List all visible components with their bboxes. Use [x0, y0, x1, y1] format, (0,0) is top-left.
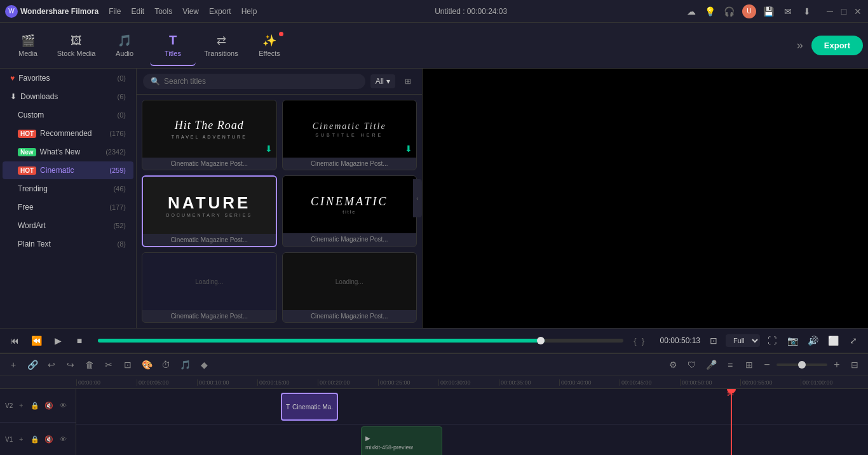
menu-edit[interactable]: Edit — [131, 7, 144, 16]
thumb-text-1: Hit The Road — [175, 119, 244, 132]
track-row-v2: T Cinematic Ma... — [76, 389, 868, 424]
fullscreen-button[interactable]: ⛶ — [764, 332, 780, 349]
mail-icon[interactable]: ✉ — [782, 5, 794, 18]
in-point-bracket[interactable]: { — [634, 336, 636, 346]
track-v1-mute[interactable]: 🔇 — [43, 433, 55, 445]
track-v1-eye[interactable]: 👁 — [57, 433, 69, 445]
menu-file[interactable]: File — [109, 7, 121, 16]
download-tbar-icon[interactable]: ⬇ — [801, 5, 813, 18]
tool-audio[interactable]: 🎵 Audio — [102, 25, 147, 66]
out-point-bracket[interactable]: } — [642, 336, 644, 346]
stop-button[interactable]: ■ — [71, 332, 88, 349]
tool-titles[interactable]: T Titles — [150, 25, 196, 66]
camera-button[interactable]: 🛡 — [684, 357, 700, 373]
frame-back-button[interactable]: ⏪ — [28, 332, 44, 349]
sidebar-item-free[interactable]: Free (177) — [3, 198, 133, 216]
sidebar-item-trending[interactable]: Trending (46) — [3, 180, 133, 198]
title-card-1[interactable]: Hit The Road TRAVEL ADVENTURE ⬇ Cinemati… — [142, 100, 277, 170]
volume-button[interactable]: 🔊 — [804, 332, 821, 349]
audio-tool-button[interactable]: 🎵 — [177, 357, 193, 373]
sidebar-item-recommended[interactable]: HOT Recommended (176) — [3, 125, 133, 142]
track-v2-eye[interactable]: 👁 — [57, 400, 69, 411]
zoom-in-button[interactable]: + — [830, 358, 844, 372]
preview-canvas — [423, 69, 868, 328]
sidebar-item-plain-text[interactable]: Plain Text (8) — [3, 235, 133, 253]
title-clip-icon: T — [286, 404, 290, 411]
sidebar-item-downloads[interactable]: ⬇ Downloads (6) — [3, 88, 133, 105]
sidebar-cinematic-count: (259) — [109, 166, 126, 174]
save-icon[interactable]: 💾 — [763, 5, 775, 18]
bulb-icon[interactable]: 💡 — [704, 5, 717, 18]
close-button[interactable]: ✕ — [853, 6, 863, 17]
sidebar-item-wordart[interactable]: WordArt (52) — [3, 217, 133, 234]
keyframe-button[interactable]: ◆ — [196, 357, 212, 373]
grid-toggle-button[interactable]: ⊞ — [400, 74, 416, 89]
collapse-panel-button[interactable]: ‹ — [413, 179, 422, 217]
title-card-6[interactable]: Loading... Cinematic Magazine Post... — [282, 252, 417, 323]
sidebar-custom-label: Custom — [18, 111, 44, 119]
render-preview-button[interactable]: ⚙ — [665, 357, 681, 373]
minimize-button[interactable]: ─ — [825, 6, 835, 17]
title-card-2[interactable]: Cinematic Title SUBTITLE HERE ⬇ Cinemati… — [282, 100, 417, 170]
render-button[interactable]: ⬜ — [825, 332, 841, 349]
undo-button[interactable]: ↩ — [43, 357, 60, 373]
quality-select[interactable]: Full — [726, 334, 760, 347]
filter-dropdown[interactable]: All ▾ — [370, 74, 395, 88]
tool-media[interactable]: 🎬 Media — [5, 25, 51, 66]
zoom-track[interactable] — [776, 363, 827, 366]
silence-button[interactable]: ⊞ — [741, 357, 757, 373]
play-button[interactable]: ▶ — [50, 332, 66, 349]
cloud-icon[interactable]: ☁ — [685, 5, 698, 18]
sidebar-favorites-label: Favorites — [18, 74, 50, 83]
track-v2-add[interactable]: + — [15, 400, 27, 411]
link-button[interactable]: 🔗 — [24, 357, 41, 373]
sidebar-item-custom[interactable]: Custom (0) — [3, 106, 133, 124]
progress-thumb[interactable] — [537, 337, 545, 344]
sidebar-item-whats-new[interactable]: New What's New (2342) — [3, 143, 133, 161]
redo-button[interactable]: ↪ — [62, 357, 79, 373]
avatar[interactable]: U — [742, 4, 756, 18]
progress-track[interactable] — [98, 339, 623, 343]
zoom-out-button[interactable]: − — [760, 358, 774, 372]
menu-export[interactable]: Export — [209, 7, 231, 16]
delete-button[interactable]: 🗑 — [81, 357, 98, 373]
voice-button[interactable]: 🎤 — [703, 357, 719, 373]
sidebar-item-cinematic[interactable]: HOT Cinematic (259) — [3, 161, 133, 179]
menu-view[interactable]: View — [182, 7, 199, 16]
search-input[interactable] — [164, 77, 358, 86]
timeline-tracks: V2 + 🔒 🔇 👁 V1 + 🔒 🔇 👁 A1 + 🔒 — [0, 389, 868, 455]
title-card-4[interactable]: CINEMATIC title Cinematic Magazine Post.… — [282, 175, 417, 247]
add-track-button[interactable]: + — [5, 357, 22, 373]
video-clip[interactable]: ▶ mixkit-458-preview — [361, 426, 442, 455]
auto-caption-button[interactable]: ≡ — [722, 357, 738, 373]
crop-button[interactable]: ⊡ — [119, 357, 136, 373]
menu-tools[interactable]: Tools — [154, 7, 172, 16]
menu-help[interactable]: Help — [241, 7, 257, 16]
effects-label: Effects — [259, 50, 280, 57]
tool-stock-media[interactable]: 🖼 Stock Media — [53, 25, 99, 66]
title-clip[interactable]: T Cinematic Ma... — [281, 393, 338, 421]
track-v1-add[interactable]: + — [15, 433, 27, 445]
title-card-3[interactable]: NATURE DOCUMENTARY SERIES Cinematic Maga… — [142, 175, 277, 247]
maximize-button[interactable]: □ — [839, 6, 849, 17]
tool-transitions[interactable]: ⇄ Transitions — [198, 25, 244, 66]
track-v1-lock[interactable]: 🔒 — [29, 433, 41, 445]
titles-label: Titles — [165, 50, 181, 57]
cut-tool-button[interactable]: ✂ — [100, 357, 117, 373]
color-button[interactable]: 🎨 — [139, 357, 155, 373]
title-card-5[interactable]: Loading... Cinematic Magazine Post... — [142, 252, 277, 323]
track-v2-mute[interactable]: 🔇 — [43, 400, 55, 411]
skip-back-button[interactable]: ⏮ — [6, 332, 23, 349]
speed-button[interactable]: ⏱ — [158, 357, 174, 373]
headset-icon[interactable]: 🎧 — [723, 5, 736, 18]
playhead[interactable]: ✂ — [731, 389, 732, 455]
detach-button[interactable]: ⤢ — [845, 332, 862, 349]
timeline-settings-button[interactable]: ⊟ — [846, 357, 863, 373]
track-v2-lock[interactable]: 🔒 — [29, 400, 41, 411]
sidebar-item-favorites[interactable]: ♥ Favorites (0) — [3, 69, 133, 87]
snapshot-button[interactable]: 📷 — [784, 332, 801, 349]
tool-effects[interactable]: ✨ Effects — [247, 25, 292, 66]
toolbar-more-button[interactable]: » — [791, 37, 809, 55]
export-button[interactable]: Export — [811, 36, 863, 55]
fit-screen-button[interactable]: ⊡ — [705, 332, 722, 349]
